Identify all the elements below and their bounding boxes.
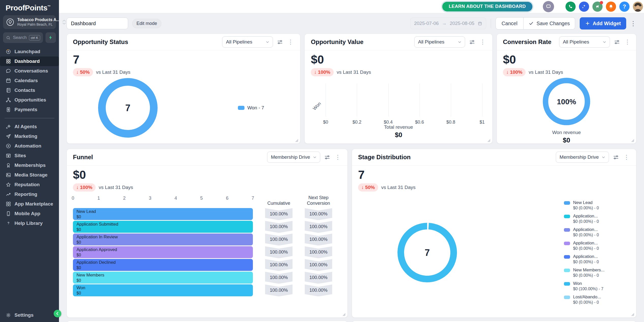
widget-opportunity-value: Opportunity Value All Pipelines ⋮ $0 ↓ 1… bbox=[304, 34, 493, 144]
chat-widget-button[interactable] bbox=[543, 1, 554, 12]
date-end: 2025-08-05 bbox=[450, 21, 474, 26]
sliders-icon[interactable] bbox=[277, 39, 283, 45]
announcements-button[interactable] bbox=[592, 2, 603, 12]
legend-value: $0 (0.00%) - 0 bbox=[573, 246, 599, 251]
next-step-value: 100.00% bbox=[305, 284, 332, 296]
app-marketplace-icon bbox=[6, 201, 11, 207]
change-badge: ↓ 100% bbox=[503, 68, 526, 76]
legend-value: $0 (0.00%) - 0 bbox=[573, 219, 599, 224]
trademark: ™ bbox=[48, 5, 51, 8]
widget-header: Opportunity Value All Pipelines ⋮ bbox=[305, 34, 492, 50]
sliders-icon[interactable] bbox=[469, 39, 475, 45]
help-button[interactable]: ? bbox=[619, 2, 630, 12]
sidebar-item-automation[interactable]: Automation bbox=[3, 141, 56, 151]
sidebar-item-media-storage[interactable]: Media Storage bbox=[3, 170, 56, 180]
stage-amount: $0 bbox=[76, 253, 249, 257]
next-step-column: 100.00%100.00%100.00%100.00%100.00%100.0… bbox=[305, 208, 332, 296]
sidebar-item-dashboard[interactable]: Dashboard bbox=[0, 56, 59, 66]
sidebar-item-reporting[interactable]: Reporting bbox=[3, 189, 56, 199]
pipeline-select[interactable]: All Pipelines bbox=[414, 36, 465, 48]
search-input[interactable]: Search ctrl K bbox=[3, 32, 43, 43]
stage-amount: $0 bbox=[76, 291, 249, 296]
gridline bbox=[420, 83, 420, 116]
add-widget-button[interactable]: Add Widget bbox=[580, 17, 626, 30]
widget-title: Funnel bbox=[73, 154, 93, 161]
widget-kebab-menu[interactable]: ⋮ bbox=[334, 154, 341, 160]
edit-mode-badge[interactable]: Edit mode bbox=[132, 19, 161, 28]
svg-text:7: 7 bbox=[425, 247, 430, 258]
change-badge: ↓ 100% bbox=[73, 183, 96, 192]
pipeline-select[interactable]: Membership Drive bbox=[556, 152, 609, 163]
sidebar-item-reputation[interactable]: Reputation bbox=[3, 180, 56, 189]
widget-kebab-menu[interactable]: ⋮ bbox=[623, 154, 630, 160]
learn-about-dashboard-button[interactable]: LEARN ABOUT THE DASHBOARD bbox=[442, 2, 532, 11]
widget-header: Funnel Membership Drive ⋮ bbox=[67, 149, 347, 166]
sidebar-item-mobile-app[interactable]: Mobile App bbox=[3, 209, 56, 218]
chevron-down-icon bbox=[265, 40, 270, 44]
pipeline-select[interactable]: All Pipelines bbox=[222, 36, 273, 48]
sidebar-item-label: Automation bbox=[14, 143, 41, 149]
funnel-bar: Won $0 bbox=[73, 284, 253, 296]
compare-label: vs Last 31 Days bbox=[381, 185, 416, 190]
sidebar-item-contacts[interactable]: Contacts bbox=[3, 85, 56, 95]
notifications-button[interactable] bbox=[606, 2, 616, 12]
legend-item: Application... $0 (0.00%) - 0 bbox=[564, 227, 623, 237]
chevron-down-icon bbox=[601, 155, 606, 159]
sidebar-item-help-library[interactable]: Help Library bbox=[3, 218, 56, 228]
save-changes-button[interactable]: Save Changes bbox=[524, 18, 575, 29]
sidebar-item-payments[interactable]: Payments bbox=[3, 105, 56, 114]
resize-handle[interactable] bbox=[630, 312, 635, 316]
next-step-value: 100.00% bbox=[305, 208, 332, 220]
dashboard-icon bbox=[6, 58, 11, 64]
resize-handle[interactable] bbox=[486, 138, 491, 142]
sidebar-item-opportunities[interactable]: Opportunities bbox=[3, 95, 56, 105]
widget-kebab-menu[interactable]: ⋮ bbox=[287, 39, 294, 45]
avatar-image bbox=[633, 2, 643, 12]
quick-actions-button[interactable] bbox=[45, 32, 56, 43]
resize-handle[interactable] bbox=[630, 138, 635, 142]
card-stub bbox=[352, 321, 636, 322]
widget-kebab-menu[interactable]: ⋮ bbox=[624, 39, 631, 45]
axis-tick-label: 7 bbox=[252, 196, 254, 201]
phone-button[interactable] bbox=[565, 2, 576, 12]
donut-chart: 7 New Lead $0 (0.00%) - 0 bbox=[358, 192, 630, 313]
pipeline-select[interactable]: Membership Drive bbox=[267, 152, 320, 163]
cancel-button[interactable]: Cancel bbox=[496, 18, 524, 29]
bell-icon bbox=[608, 4, 614, 9]
sidebar-collapse-button[interactable] bbox=[54, 310, 61, 317]
pipeline-select[interactable]: All Pipelines bbox=[559, 36, 610, 48]
y-axis-label: Won bbox=[312, 101, 322, 111]
funnel-bar: Application Approved $0 bbox=[73, 246, 253, 258]
sidebar-item-marketing[interactable]: Marketing bbox=[3, 131, 56, 141]
widget-body: 7 ↓ 50% vs Last 31 Days 7 bbox=[67, 50, 300, 143]
sidebar-item-launchpad[interactable]: Launchpad bbox=[3, 47, 56, 56]
resize-handle[interactable] bbox=[341, 312, 346, 316]
sidebar-item-sites[interactable]: Sites bbox=[3, 151, 56, 160]
user-avatar[interactable] bbox=[633, 2, 643, 12]
sidebar-item-settings[interactable]: Settings bbox=[3, 310, 56, 320]
sliders-icon[interactable] bbox=[324, 154, 330, 160]
sidebar-item-memberships[interactable]: Memberships bbox=[3, 160, 56, 170]
ai-assistant-button[interactable] bbox=[579, 2, 589, 12]
toolbar-kebab-menu[interactable]: ⋮ bbox=[630, 20, 636, 27]
chevron-left-icon bbox=[56, 312, 59, 315]
sliders-icon[interactable] bbox=[614, 39, 620, 45]
date-start: 2025-07-06 bbox=[414, 21, 439, 26]
help-icon bbox=[6, 221, 11, 226]
account-switcher[interactable]: Tobacco Products A... Royal Palm Beach, … bbox=[3, 15, 56, 29]
sidebar: ProofPoints™ Tobacco Products A... Royal… bbox=[0, 0, 59, 322]
svg-text:7: 7 bbox=[125, 103, 130, 113]
resize-handle[interactable] bbox=[294, 138, 299, 142]
sidebar-item-calendars[interactable]: Calendars bbox=[3, 76, 56, 85]
sliders-icon[interactable] bbox=[613, 154, 619, 160]
sidebar-item-app-marketplace[interactable]: App Marketplace bbox=[3, 199, 56, 209]
widget-kebab-menu[interactable]: ⋮ bbox=[479, 39, 486, 45]
sidebar-item-ai-agents[interactable]: AI Agents bbox=[3, 122, 56, 131]
opportunities-icon bbox=[6, 97, 11, 103]
sidebar-search-row: Search ctrl K bbox=[3, 32, 56, 43]
legend-value: $0 (0.00%) - 0 bbox=[573, 206, 599, 210]
media-storage-icon bbox=[6, 172, 11, 178]
date-range-picker[interactable]: 2025-07-06 → 2025-08-05 bbox=[410, 18, 486, 29]
dashboard-name-input[interactable] bbox=[67, 18, 128, 29]
sidebar-item-conversations[interactable]: Conversations bbox=[3, 66, 56, 76]
